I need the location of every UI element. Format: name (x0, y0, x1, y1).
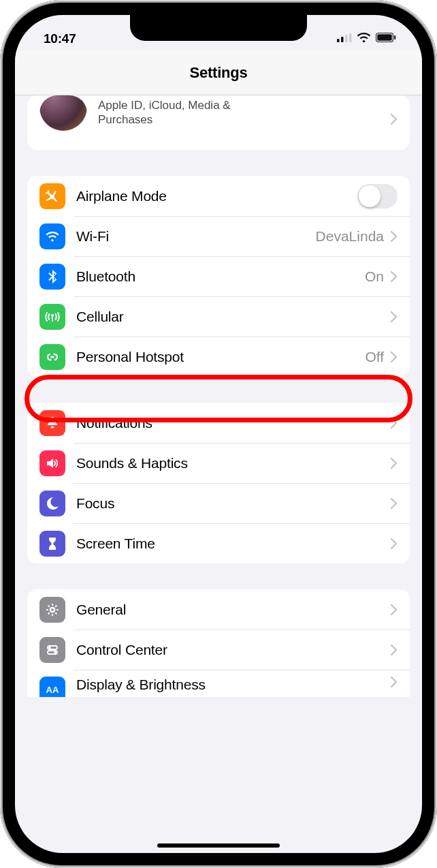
control-center-row[interactable]: Control Center (27, 630, 410, 670)
home-indicator[interactable] (157, 843, 280, 848)
wifi-icon (357, 33, 371, 45)
chevron-right-icon (391, 231, 398, 242)
chevron-right-icon (391, 604, 398, 615)
content-area[interactable]: Apple ID, iCloud, Media & Purchases Airp… (15, 15, 422, 853)
chevron-right-icon (391, 311, 398, 322)
notifications-row[interactable]: Notifications (27, 403, 410, 443)
row-label: Bluetooth (76, 268, 365, 285)
connectivity-group: Airplane Mode Wi-Fi DevaLinda (27, 176, 410, 377)
battery-icon (376, 33, 396, 45)
page-title: Settings (189, 64, 247, 82)
svg-rect-5 (377, 34, 391, 40)
svg-point-14 (54, 651, 56, 653)
hotspot-icon (39, 344, 65, 370)
cellular-signal-icon (337, 33, 352, 45)
profile-group: Apple ID, iCloud, Media & Purchases (27, 95, 410, 150)
row-label: Airplane Mode (76, 188, 357, 204)
row-label: Screen Time (76, 536, 391, 552)
chevron-right-icon (391, 114, 398, 125)
svg-text:AA: AA (46, 685, 59, 695)
svg-rect-8 (52, 316, 53, 322)
svg-rect-3 (349, 33, 352, 42)
focus-icon (39, 491, 65, 516)
status-time: 10:47 (44, 31, 76, 46)
screen-time-icon (39, 531, 65, 557)
bluetooth-icon (39, 264, 65, 290)
personal-hotspot-row[interactable]: Personal Hotspot Off (27, 337, 410, 377)
focus-row[interactable]: Focus (27, 483, 410, 523)
cellular-row[interactable]: Cellular (27, 296, 410, 337)
notifications-group: Notifications Sounds & Haptics (27, 403, 410, 563)
row-label: Focus (76, 495, 391, 512)
svg-point-12 (48, 646, 50, 648)
bluetooth-row[interactable]: Bluetooth On (27, 256, 410, 296)
row-value: DevaLinda (316, 228, 384, 245)
chevron-right-icon (391, 458, 398, 469)
display-icon: AA (39, 677, 65, 697)
avatar (39, 95, 87, 131)
chevron-right-icon (391, 418, 398, 429)
row-label: Personal Hotspot (76, 349, 365, 365)
screen-time-row[interactable]: Screen Time (27, 523, 410, 563)
chevron-right-icon (391, 645, 398, 655)
wifi-row[interactable]: Wi-Fi DevaLinda (27, 216, 410, 256)
svg-rect-6 (394, 35, 395, 40)
wifi-settings-icon (39, 223, 65, 249)
general-icon (39, 597, 65, 623)
device-frame: 10:47 Settings (0, 0, 437, 868)
chevron-right-icon (391, 677, 398, 687)
apple-id-row[interactable]: Apple ID, iCloud, Media & Purchases (27, 95, 410, 143)
general-group: General Control Center AA (27, 589, 410, 697)
chevron-right-icon (391, 538, 398, 549)
chevron-right-icon (391, 352, 398, 362)
apple-id-subtitle: Apple ID, iCloud, Media & Purchases (98, 95, 275, 127)
row-label: Wi-Fi (76, 228, 316, 245)
general-row[interactable]: General (27, 589, 410, 630)
status-right (337, 33, 396, 45)
row-label: Notifications (76, 415, 391, 431)
svg-rect-2 (345, 35, 348, 42)
row-label: Sounds & Haptics (76, 455, 391, 471)
row-label: Control Center (76, 642, 391, 658)
row-label: Display & Brightness (76, 677, 391, 693)
row-label: Cellular (76, 309, 391, 325)
chevron-right-icon (391, 498, 398, 509)
airplane-icon (39, 183, 65, 209)
airplane-toggle[interactable] (357, 184, 398, 208)
svg-rect-1 (341, 37, 344, 42)
row-value: Off (365, 349, 384, 365)
notch (130, 15, 307, 41)
display-brightness-row[interactable]: AA Display & Brightness (27, 670, 410, 697)
svg-rect-0 (337, 39, 340, 42)
screen: 10:47 Settings (15, 15, 422, 853)
control-center-icon (39, 637, 65, 663)
sounds-row[interactable]: Sounds & Haptics (27, 443, 410, 483)
row-label: General (76, 602, 391, 618)
sounds-icon (39, 450, 65, 476)
notifications-icon (39, 410, 65, 436)
airplane-mode-row[interactable]: Airplane Mode (27, 176, 410, 216)
chevron-right-icon (391, 271, 398, 282)
header-bar: Settings (15, 50, 422, 95)
row-value: On (365, 268, 384, 285)
cellular-icon (39, 304, 65, 330)
